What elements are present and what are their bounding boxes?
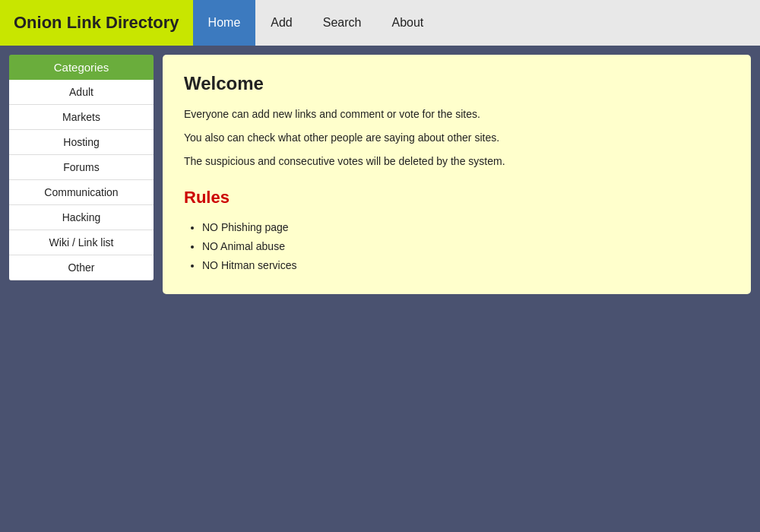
rule-3: NO Hitman services: [202, 256, 730, 275]
sidebar-item-communication[interactable]: Communication: [9, 180, 154, 205]
rules-title: Rules: [184, 188, 730, 207]
welcome-para2: You also can check what other people are…: [184, 130, 730, 146]
sidebar-item-hacking[interactable]: Hacking: [9, 205, 154, 230]
sidebar-header: Categories: [9, 55, 154, 80]
sidebar-item-forums[interactable]: Forums: [9, 155, 154, 180]
sidebar-item-wiki-link-list[interactable]: Wiki / Link list: [9, 230, 154, 255]
sidebar: Categories Adult Markets Hosting Forums …: [9, 55, 154, 294]
welcome-para3: The suspicious and consecutive votes wil…: [184, 154, 730, 169]
sidebar-item-hosting[interactable]: Hosting: [9, 130, 154, 155]
welcome-title: Welcome: [184, 73, 730, 94]
content-panel: Welcome Everyone can add new links and c…: [163, 55, 751, 294]
main-layout: Categories Adult Markets Hosting Forums …: [0, 46, 760, 303]
nav-add[interactable]: Add: [255, 0, 307, 46]
sidebar-item-other[interactable]: Other: [9, 255, 154, 280]
navbar: Onion Link Directory Home Add Search Abo…: [0, 0, 760, 46]
rule-2: NO Animal abuse: [202, 237, 730, 256]
nav-links: Home Add Search About: [193, 0, 760, 46]
rule-1: NO Phishing page: [202, 218, 730, 237]
nav-about[interactable]: About: [376, 0, 439, 46]
welcome-para1: Everyone can add new links and comment o…: [184, 106, 730, 122]
brand-title[interactable]: Onion Link Directory: [0, 0, 193, 46]
nav-home[interactable]: Home: [193, 0, 256, 46]
nav-search[interactable]: Search: [308, 0, 377, 46]
sidebar-item-markets[interactable]: Markets: [9, 105, 154, 130]
rules-list: NO Phishing page NO Animal abuse NO Hitm…: [184, 218, 730, 276]
sidebar-item-adult[interactable]: Adult: [9, 80, 154, 105]
